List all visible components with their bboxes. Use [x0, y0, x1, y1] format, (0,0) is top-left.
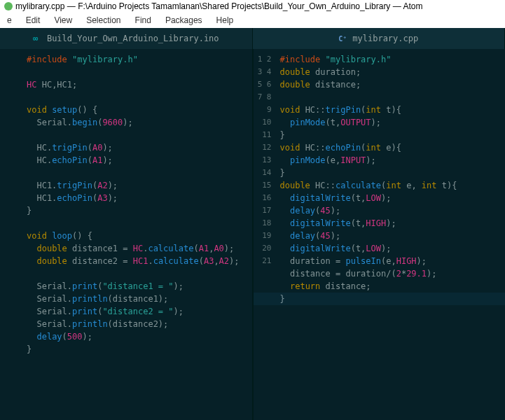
cpp-icon: [338, 34, 348, 43]
title-bar: mylibrary.cpp — F:\Arduino Projects Tama…: [0, 0, 505, 13]
gutter-left: [0, 49, 24, 420]
menu-item-selection[interactable]: Selection: [79, 14, 127, 27]
code-right[interactable]: #include "mylibrary.h" double duration; …: [277, 49, 506, 420]
atom-app-icon: [4, 2, 13, 10]
editor-split: #include "mylibrary.h" HC HC,HC1; void s…: [0, 49, 505, 420]
gutter-right: 1 2 3 4 5 6 7 8 9 10 11 12 13 14 15 16 1…: [254, 49, 277, 420]
left-pane[interactable]: #include "mylibrary.h" HC HC,HC1; void s…: [0, 49, 254, 420]
menu-bar: eEditViewSelectionFindPackagesHelp: [0, 13, 505, 28]
menu-item-edit[interactable]: Edit: [19, 14, 48, 27]
window-title: mylibrary.cpp — F:\Arduino Projects Tama…: [15, 1, 422, 11]
tab-label: mylibrary.cpp: [352, 34, 418, 43]
menu-item-e[interactable]: e: [0, 14, 19, 27]
code-left[interactable]: #include "mylibrary.h" HC HC,HC1; void s…: [24, 49, 252, 420]
right-pane[interactable]: 1 2 3 4 5 6 7 8 9 10 11 12 13 14 15 16 1…: [254, 49, 506, 420]
tab-cpp-file[interactable]: mylibrary.cpp: [253, 28, 506, 49]
menu-item-packages[interactable]: Packages: [158, 14, 209, 27]
tab-label: Build_Your_Own_Arduino_Library.ino: [47, 34, 219, 43]
editor-tabs: Build_Your_Own_Arduino_Library.ino mylib…: [0, 28, 505, 49]
menu-item-help[interactable]: Help: [209, 14, 241, 27]
menu-item-find[interactable]: Find: [128, 14, 158, 27]
tab-ino-file[interactable]: Build_Your_Own_Arduino_Library.ino: [0, 28, 253, 49]
arduino-icon: [33, 34, 43, 43]
menu-item-view[interactable]: View: [47, 14, 79, 27]
